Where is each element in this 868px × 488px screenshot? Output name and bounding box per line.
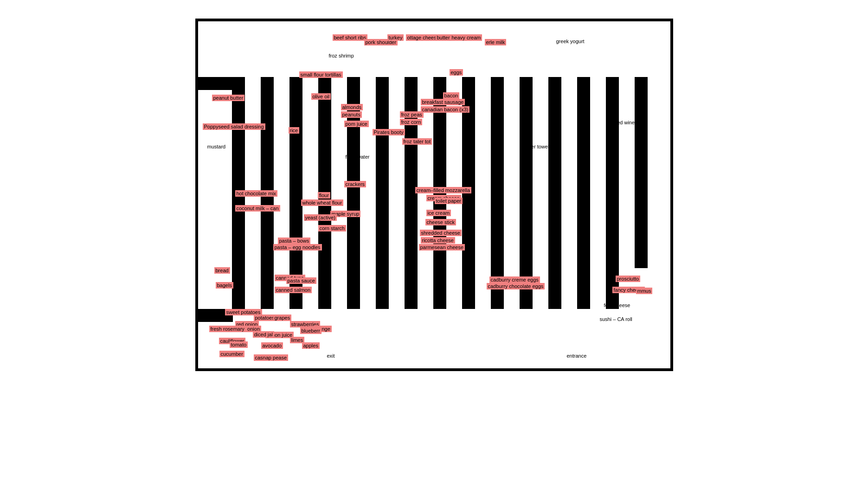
item-whole-wheat-flour[interactable]: whole wheat flour xyxy=(301,199,344,206)
item-pasta-sauce[interactable]: pasta sauce xyxy=(286,277,316,284)
item-sushi-ca-roll[interactable]: sushi – CA roll xyxy=(600,316,632,322)
item-eggs[interactable]: eggs xyxy=(450,69,463,76)
item-pasta-egg-noodles[interactable]: pasta – egg noodles xyxy=(273,244,322,250)
label-exit: exit xyxy=(327,353,335,359)
item-hot-chocolate-mix[interactable]: hot chocolate mix xyxy=(235,190,278,197)
item-bacon[interactable]: bacon xyxy=(443,92,460,99)
item-apples[interactable]: apples xyxy=(302,342,320,349)
item-prosciutto[interactable]: prosciutto xyxy=(616,276,641,282)
item-blueberry[interactable]: blueberr xyxy=(300,327,321,334)
item-avocado[interactable]: avocado xyxy=(261,342,283,349)
item-froz-shrimp[interactable]: froz shrimp xyxy=(329,53,354,58)
item-poppyseed-dressing[interactable]: Poppyseed salad dressing xyxy=(203,123,265,130)
aisle-11 xyxy=(520,77,533,309)
item-pom-juice[interactable]: pom juice xyxy=(344,121,369,127)
item-cucumber[interactable]: cucumber xyxy=(219,351,244,357)
aisle-15 xyxy=(635,77,648,268)
item-feta-cheese[interactable]: feta cheese xyxy=(604,302,630,308)
item-parmesean-cheese[interactable]: parmesean cheese xyxy=(419,244,465,250)
item-tomato[interactable]: tomato xyxy=(230,341,248,348)
aisle-3 xyxy=(289,77,302,309)
store-map: beef short ribs pork shoulder turkey ott… xyxy=(195,19,673,371)
item-snap-peas[interactable]: casnap pease xyxy=(254,354,289,361)
item-toilet-paper[interactable]: toilet paper xyxy=(435,198,463,204)
item-merle-milk[interactable]: erle milk xyxy=(485,39,507,45)
corridor-top-left xyxy=(198,77,233,90)
item-potatoes[interactable]: potatoes xyxy=(254,315,276,321)
item-coconut-milk[interactable]: coconut milk – can xyxy=(235,205,280,212)
item-fizzy-water[interactable]: fizzy water xyxy=(346,154,370,160)
item-turkey[interactable]: turkey xyxy=(387,34,404,41)
label-entrance: entrance xyxy=(567,353,587,359)
item-diced-jalapeno[interactable]: diced jal xyxy=(253,331,274,338)
item-fresh-rosemary[interactable]: fresh rosemary xyxy=(209,326,246,332)
item-rice[interactable]: rice xyxy=(289,127,300,134)
item-peanuts[interactable]: peanuts xyxy=(341,111,362,118)
item-cream-mozzarella[interactable]: cream–filled mozzarella xyxy=(415,187,472,193)
item-froz-tater-tot[interactable]: froz tater tot xyxy=(402,138,432,145)
item-red-wine[interactable]: red wine xyxy=(616,120,635,125)
item-greek-yogurt[interactable]: greek yogurt xyxy=(556,39,585,44)
item-almonds[interactable]: almonds xyxy=(341,104,363,110)
item-mustard[interactable]: mustard xyxy=(207,144,226,149)
item-bread[interactable]: bread xyxy=(214,267,230,274)
item-hummus[interactable]: mmus xyxy=(636,288,653,294)
item-peanut-butter[interactable]: peanut butter xyxy=(212,95,245,101)
item-cadburry-chocolate-eggs[interactable]: cadburry chocolate eggs xyxy=(487,283,545,289)
item-froz-corn[interactable]: froz corn xyxy=(400,119,423,125)
item-cheese-stick[interactable]: cheese stick xyxy=(425,219,457,225)
item-olive-oil[interactable]: olive oil xyxy=(311,93,331,100)
aisle-10 xyxy=(491,77,504,309)
aisle-14 xyxy=(606,77,619,309)
item-shredded-cheese[interactable]: shredded cheese xyxy=(420,230,462,236)
item-corn-starch[interactable]: corn starch xyxy=(318,225,346,231)
item-yeast[interactable]: yeast (active) xyxy=(304,214,337,221)
item-paper-towels[interactable]: paper towels xyxy=(523,144,552,149)
item-pasta-bows[interactable]: pasta – bows xyxy=(278,238,311,244)
aisle-13 xyxy=(577,77,590,309)
aisle-6 xyxy=(376,77,389,309)
item-butter[interactable]: butter xyxy=(436,34,451,41)
item-flour[interactable]: flour xyxy=(318,192,330,199)
item-cadburry-creme-eggs[interactable]: cadburry creme eggs xyxy=(489,276,540,283)
item-canned-salmon[interactable]: canned salmon xyxy=(275,287,312,293)
item-canadian-bacon[interactable]: canadian bacon (x3) xyxy=(421,106,470,113)
item-froz-peas[interactable]: froz peas xyxy=(400,111,424,118)
item-small-flour-tortillas[interactable]: small flour tortillas xyxy=(299,71,343,78)
item-bagels[interactable]: bagels xyxy=(216,282,233,289)
item-pirates-booty[interactable]: Pirates booty xyxy=(373,129,405,135)
item-crackers[interactable]: crackers xyxy=(344,181,366,187)
item-breakfast-sausage[interactable]: breakfast sausage xyxy=(421,99,465,105)
aisle-12 xyxy=(548,77,561,309)
item-beef-short-ribs[interactable]: beef short ribs xyxy=(333,34,368,41)
item-ricotta-cheese[interactable]: ricotta cheese xyxy=(421,237,455,244)
item-grapes[interactable]: grapes xyxy=(273,315,292,321)
item-heavy-cream[interactable]: heavy cream xyxy=(450,34,482,41)
item-ice-cream[interactable]: ice cream xyxy=(426,210,451,216)
